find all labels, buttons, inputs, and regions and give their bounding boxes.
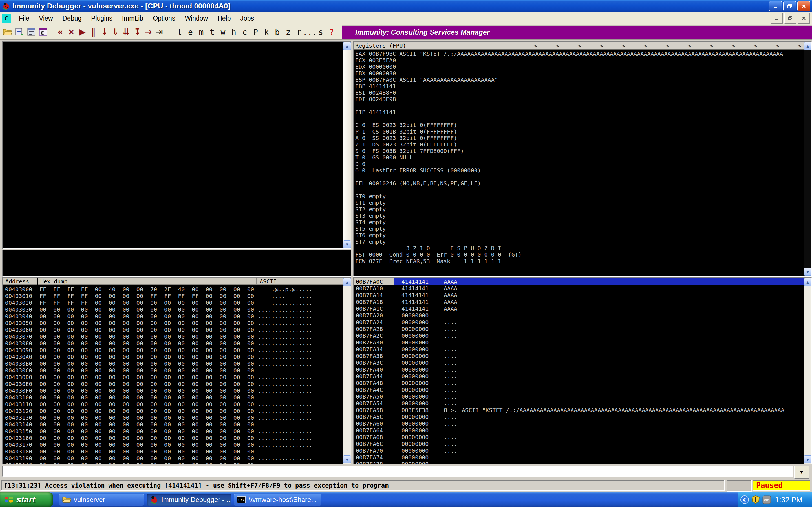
stack-row[interactable]: 00B7FA0C41414141AAAA bbox=[354, 278, 804, 285]
scroll-down-icon[interactable]: ▼ bbox=[343, 240, 351, 248]
stack-row[interactable]: 00B7FA58003E5F388_>.ASCII "KSTET /.:/AAA… bbox=[354, 407, 804, 413]
stack-row[interactable]: 00B7FA5000000000.... bbox=[354, 393, 804, 400]
stack-row[interactable]: 00B7FA6000000000.... bbox=[354, 420, 804, 427]
task-button-2[interactable]: Immunity Debugger - ... bbox=[147, 494, 231, 506]
toolbar-letter-h[interactable]: h bbox=[229, 26, 239, 38]
stack-scrollbar[interactable]: ▲ ▼ bbox=[804, 278, 811, 464]
dump-row[interactable]: 0040306000 00 00 00 00 00 00 00 00 00 00… bbox=[3, 327, 343, 333]
dump-row[interactable]: 0040311000 00 00 00 00 00 00 00 00 00 00… bbox=[3, 401, 343, 407]
menu-item-file[interactable]: File bbox=[14, 13, 34, 24]
dump-row[interactable]: 0040313000 00 00 00 00 00 00 00 00 00 00… bbox=[3, 414, 343, 421]
dump-row[interactable]: 004030C000 00 00 00 00 00 00 00 00 00 00… bbox=[3, 367, 343, 374]
register-line[interactable]: C 0 ES 0023 32bit 0(FFFFFFFF) bbox=[355, 122, 803, 128]
toolbar-letter-more[interactable]: ... bbox=[305, 26, 315, 38]
dump-row[interactable]: 0040317000 00 00 00 00 00 00 00 00 00 00… bbox=[3, 441, 343, 448]
stack-row[interactable]: 00B7FA1041414141AAAA bbox=[354, 285, 804, 292]
stack-row[interactable]: 00B7FA2800000000.... bbox=[354, 326, 804, 332]
vmware-tools-icon[interactable]: vm bbox=[762, 495, 771, 504]
hide-icons-chevron-icon[interactable] bbox=[740, 495, 749, 504]
stack-row[interactable]: 00B7FA3C00000000.... bbox=[354, 359, 804, 366]
minimize-button[interactable] bbox=[769, 1, 782, 11]
stack-row[interactable]: 00B7FA6400000000.... bbox=[354, 427, 804, 434]
menu-item-options[interactable]: Options bbox=[148, 13, 180, 24]
stack-row[interactable]: 00B7FA3400000000.... bbox=[354, 346, 804, 353]
terminate-button[interactable]: × bbox=[66, 26, 77, 38]
toolbar-letter-z[interactable]: z bbox=[283, 26, 294, 38]
menu-item-view[interactable]: View bbox=[34, 13, 57, 24]
step-over-button[interactable]: ⇓ bbox=[110, 26, 121, 38]
restart-icon[interactable] bbox=[14, 26, 25, 38]
stack-row[interactable]: 00B7FA2400000000.... bbox=[354, 319, 804, 326]
taskbar-clock[interactable]: 1:32 PM bbox=[775, 496, 802, 504]
dump-row[interactable]: 0040309000 00 00 00 00 00 00 00 00 00 00… bbox=[3, 347, 343, 353]
cpu-window-icon[interactable] bbox=[38, 26, 49, 38]
disassembly-pane[interactable]: ▲ ▼ bbox=[2, 41, 351, 249]
stack-row[interactable]: 00B7FA7000000000.... bbox=[354, 447, 804, 454]
register-line[interactable]: ST2 empty bbox=[355, 206, 803, 213]
register-line[interactable]: D 0 bbox=[355, 161, 803, 167]
stack-row[interactable]: 00B7FA7800000000.... bbox=[354, 461, 804, 464]
register-line[interactable]: FST 0000 Cond 0 0 0 0 Err 0 0 0 0 0 0 0 … bbox=[355, 251, 803, 258]
stack-row[interactable]: 00B7FA3800000000.... bbox=[354, 353, 804, 359]
menu-item-help[interactable]: Help bbox=[213, 13, 236, 24]
scroll-down-icon[interactable]: ▼ bbox=[804, 268, 812, 276]
stack-pane[interactable]: 00B7FA0C41414141AAAA00B7FA1041414141AAAA… bbox=[353, 277, 812, 464]
stack-row[interactable]: 00B7FA6800000000.... bbox=[354, 434, 804, 441]
animate-into-button[interactable]: ⇊ bbox=[121, 26, 132, 38]
register-line[interactable]: ST6 empty bbox=[355, 232, 803, 238]
stack-row[interactable]: 00B7FA6C00000000.... bbox=[354, 441, 804, 447]
register-line[interactable]: 3 2 1 0 E S P U O Z D I bbox=[355, 245, 803, 251]
command-input[interactable] bbox=[2, 466, 794, 476]
stack-row[interactable]: 00B7FA4400000000.... bbox=[354, 373, 804, 380]
toolbar-letter-s[interactable]: s bbox=[315, 26, 326, 38]
stack-row[interactable]: 00B7FA7400000000.... bbox=[354, 454, 804, 461]
register-line[interactable] bbox=[355, 187, 803, 193]
stack-row[interactable]: 00B7FA1441414141AAAA bbox=[354, 292, 804, 298]
ascii-column-header[interactable]: ASCII bbox=[257, 278, 343, 285]
register-line[interactable]: EAX 00B7F9BC ASCII "KSTET /.:/AAAAAAAAAA… bbox=[355, 51, 803, 57]
close-button[interactable] bbox=[797, 1, 810, 11]
dump-row[interactable]: 00403020FF FF FF FF 00 00 00 00 00 00 00… bbox=[3, 299, 343, 306]
pause-button[interactable]: ‖ bbox=[88, 26, 99, 38]
dump-scrollbar[interactable]: ▲ ▼ bbox=[343, 278, 351, 464]
toolbar-letter-l[interactable]: l bbox=[174, 26, 185, 38]
hex-dump-pane[interactable]: Address Hex dump ASCII 00403000FF FF FF … bbox=[2, 277, 351, 464]
registers-scrollbar[interactable]: ▲ ▼ bbox=[804, 42, 811, 276]
toolbar-letter-c[interactable]: c bbox=[239, 26, 250, 38]
register-line[interactable]: EBX 00000080 bbox=[355, 70, 803, 76]
hexdump-column-header[interactable]: Hex dump bbox=[38, 278, 257, 285]
register-line[interactable]: ECX 003E5FA0 bbox=[355, 57, 803, 64]
start-button[interactable]: start bbox=[0, 492, 53, 507]
toolbar-letter-P[interactable]: P bbox=[250, 26, 261, 38]
register-line[interactable]: S 0 FS 003B 32bit 7FFDE000(FFF) bbox=[355, 148, 803, 154]
register-line[interactable]: ST4 empty bbox=[355, 219, 803, 226]
disassembly-scrollbar[interactable]: ▲ ▼ bbox=[343, 42, 351, 248]
dump-row[interactable]: 0040316000 00 00 00 00 00 00 00 00 00 00… bbox=[3, 435, 343, 441]
register-line[interactable]: A 0 SS 0023 32bit 0(FFFFFFFF) bbox=[355, 135, 803, 142]
dump-row[interactable]: 0040305000 00 00 00 00 00 00 00 00 00 00… bbox=[3, 320, 343, 327]
toolbar-letter-w[interactable]: w bbox=[218, 26, 229, 38]
cpu-document-icon[interactable]: C bbox=[2, 13, 11, 23]
dump-row[interactable]: 004030F000 00 00 00 00 00 00 00 00 00 00… bbox=[3, 387, 343, 394]
scroll-up-icon[interactable]: ▲ bbox=[804, 42, 812, 50]
run-button[interactable]: ▶ bbox=[77, 26, 88, 38]
menu-item-jobs[interactable]: Jobs bbox=[236, 13, 259, 24]
register-line[interactable]: P 1 CS 001B 32bit 0(FFFFFFFF) bbox=[355, 128, 803, 135]
register-line[interactable]: ESP 00B7FA0C ASCII "AAAAAAAAAAAAAAAAAAAA… bbox=[355, 76, 803, 83]
stack-row[interactable]: 00B7FA1841414141AAAA bbox=[354, 298, 804, 305]
register-line[interactable]: EFL 00010246 (NO,NB,E,BE,NS,PE,GE,LE) bbox=[355, 180, 803, 187]
task-button-3[interactable]: C:\\\vmware-host\Share... bbox=[234, 494, 321, 506]
stack-row[interactable]: 00B7FA4000000000.... bbox=[354, 366, 804, 373]
dump-row[interactable]: 00403010FF FF FF FF 00 00 00 00 FF FF FF… bbox=[3, 293, 343, 299]
register-line[interactable]: EDX 00000000 bbox=[355, 64, 803, 70]
stack-row[interactable]: 00B7FA1C41414141AAAA bbox=[354, 305, 804, 312]
dump-row[interactable]: 0040304000 00 00 00 00 00 00 00 00 00 00… bbox=[3, 313, 343, 320]
register-line[interactable]: ST0 empty bbox=[355, 193, 803, 200]
dump-row[interactable]: 0040303000 00 00 00 00 00 00 00 00 00 00… bbox=[3, 306, 343, 313]
dump-row[interactable]: 0040310000 00 00 00 00 00 00 00 00 00 00… bbox=[3, 394, 343, 401]
registers-pane[interactable]: Registers (FPU) <<<<<<<<<<<<< EAX 00B7F9… bbox=[353, 41, 812, 277]
info-pane[interactable] bbox=[2, 249, 351, 277]
register-line[interactable]: EBP 41414141 bbox=[355, 83, 803, 90]
dump-row[interactable]: 00403000FF FF FF FF 00 40 00 00 70 2E 40… bbox=[3, 286, 343, 293]
register-line[interactable] bbox=[355, 174, 803, 180]
